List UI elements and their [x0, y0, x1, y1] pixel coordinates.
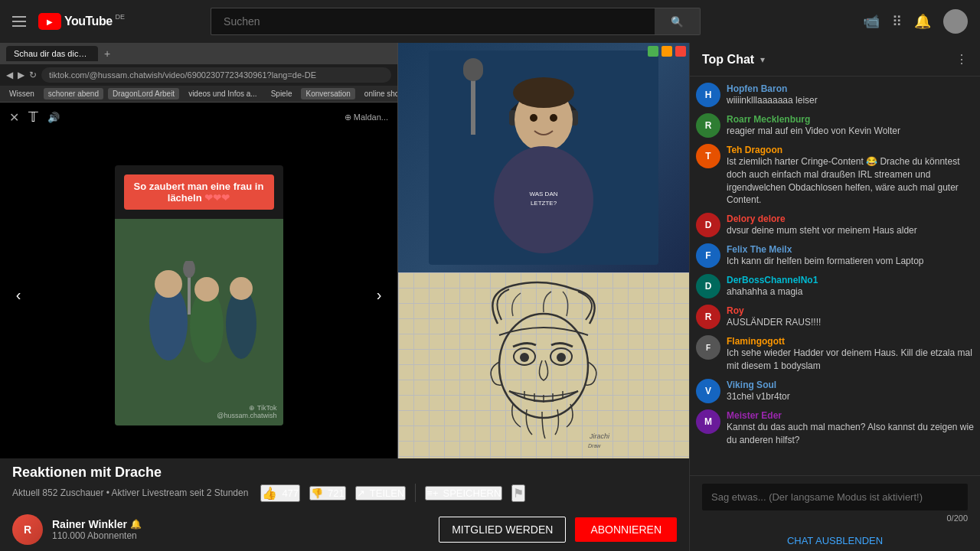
chat-header: Top Chat ▾ ⋮ [690, 43, 980, 77]
chat-msg-content-5: Felix The Meilx Ich kann dir helfen beim… [727, 243, 974, 268]
notifications-icon[interactable]: 🔔 [914, 13, 931, 30]
tiktok-scene: ⊕ TikTok @hussam.chatwish [115, 219, 283, 425]
drawing-grid: Jirachi Draw [398, 272, 689, 458]
window-controls [648, 46, 686, 57]
browser-url-bar[interactable]: tiktok.com/@hussam.chatwish/video/690023… [41, 67, 391, 83]
chat-text-1: wiiiinklllaaaaaaa leiser [727, 94, 974, 107]
like-button[interactable]: 👍 477 [260, 484, 300, 502]
share-button[interactable]: ↗ TEILEN [355, 486, 407, 500]
tiktok-prev-button[interactable]: ‹ [8, 285, 29, 306]
window-minimize[interactable] [648, 46, 658, 57]
drawing-svg: Jirachi Draw [436, 278, 651, 454]
tiktok-video-box: So zaubert man eine frau in lächeln ❤❤❤ [115, 165, 283, 425]
svg-point-3 [194, 277, 219, 302]
svg-rect-18 [471, 73, 475, 135]
upload-icon[interactable]: 📹 [863, 13, 880, 30]
bookmark-abend[interactable]: schoner abend [44, 88, 103, 99]
video-container: Schau dir das dich angesehen... + ◀ ▶ ↻ … [0, 43, 689, 458]
share-icon: ↗ [357, 487, 365, 499]
chat-username-6: DerBossChannelNo1 [727, 275, 818, 285]
chat-text-9: 31chel v1br4tor [727, 390, 974, 403]
browser-tab-active[interactable]: Schau dir das dich angesehen... [6, 46, 98, 61]
chat-title: Top Chat [702, 53, 754, 67]
chat-username-9: Viking Soul [727, 380, 776, 390]
chat-username-10: Meister Eder [727, 410, 782, 421]
browser-new-tab[interactable]: + [101, 47, 113, 60]
search-input[interactable] [211, 8, 655, 35]
browser-back[interactable]: ◀ [6, 70, 13, 80]
youtube-logo[interactable]: YouTube DE [38, 13, 125, 30]
chat-message-2: R Roarr Mecklenburg reagier mal auf ein … [696, 113, 974, 138]
chat-avatar-4: D [696, 213, 720, 237]
chat-msg-content-7: Roy AUSLÄNDER RAUS!!!! [727, 305, 974, 329]
save-icon: ≡+ [426, 487, 438, 499]
chat-input-meta: 0/200 [702, 514, 968, 523]
chat-username-3: Teh Dragoon [727, 145, 782, 155]
chat-message-10: M Meister Eder Kannst du das auch mal ma… [696, 409, 974, 447]
tiktok-video-area: ‹ So zaubert man eine frau in lächeln ❤❤… [0, 132, 397, 458]
save-button[interactable]: ≡+ SPEICHERN [425, 486, 502, 500]
dislike-button[interactable]: 👎 721 [309, 486, 346, 500]
chat-username-2: Roarr Mecklenburg [727, 114, 810, 125]
de-badge: DE [116, 13, 126, 21]
window-close[interactable] [675, 46, 686, 57]
tiktok-volume[interactable]: 🔊 [47, 112, 60, 123]
apps-icon[interactable]: ⠿ [892, 13, 902, 30]
chat-msg-content-2: Roarr Mecklenburg reagier mal auf ein Vi… [727, 113, 974, 138]
subscribe-button[interactable]: ABONNIEREN [575, 517, 677, 542]
chat-username-8: Flamingogott [727, 336, 785, 347]
chat-avatar-10: M [696, 409, 720, 434]
tiktok-header: ✕ 𝕋 🔊 ⊕ Maldan... [0, 103, 397, 132]
main-layout: Schau dir das dich angesehen... + ◀ ▶ ↻ … [0, 43, 980, 551]
svg-point-14 [550, 114, 557, 122]
browser-forward[interactable]: ▶ [18, 70, 24, 80]
browser-refresh[interactable]: ↻ [29, 70, 37, 80]
hamburger-menu[interactable] [12, 16, 26, 27]
tiktok-next-button[interactable]: › [368, 285, 390, 306]
chat-msg-content-1: Hopfen Baron wiiiinklllaaaaaaa leiser [727, 83, 974, 107]
nav-left: YouTube DE [12, 13, 125, 30]
chat-messages: H Hopfen Baron wiiiinklllaaaaaaa leiser … [690, 77, 980, 475]
chat-message-5: F Felix The Meilx Ich kann dir helfen be… [696, 243, 974, 268]
chat-message-6: D DerBossChannelNo1 ahahahha a magia [696, 274, 974, 298]
chat-dropdown-arrow[interactable]: ▾ [760, 54, 765, 65]
nav-right: 📹 ⠿ 🔔 [863, 9, 968, 34]
svg-point-12 [513, 77, 574, 108]
chat-msg-content-10: Meister Eder Kannst du das auch mal mach… [727, 409, 974, 447]
chat-msg-content-4: Delory delore dvsur deine mum steht vor … [727, 213, 974, 237]
tiktok-watermark-user: @hussam.chatwish [217, 412, 276, 419]
chat-msg-content-6: DerBossChannelNo1 ahahahha a magia [727, 274, 974, 298]
chat-username-4: Delory delore [727, 214, 786, 224]
tiktok-close-button[interactable]: ✕ [9, 110, 19, 125]
chat-input-area: 0/200 [690, 475, 980, 530]
divider [415, 484, 416, 502]
hide-chat-button[interactable]: CHAT AUSBLENDEN [690, 530, 980, 551]
search-button[interactable]: 🔍 [655, 8, 701, 35]
bookmark-shoppen[interactable]: online shoppen [360, 88, 397, 99]
like-count: 477 [282, 487, 299, 499]
chat-avatar-6: D [696, 274, 720, 298]
chat-input[interactable] [702, 484, 968, 510]
user-avatar[interactable] [943, 9, 968, 34]
bookmark-videos[interactable]: videos und Infos a... [184, 88, 262, 99]
video-meta: Aktuell 852 Zuschauer • Aktiver Livestre… [12, 487, 248, 498]
char-count: 0/200 [946, 514, 968, 523]
window-maximize[interactable] [662, 46, 672, 57]
chat-text-3: Ist ziemlich harter Cringe-Content 😂 Dra… [727, 155, 974, 207]
bookmark-dragon[interactable]: DragonLord Arbeit [108, 88, 179, 99]
channel-row: R Rainer Winkler 🔔 110.000 Abonnenten MI… [0, 508, 689, 551]
channel-name: Rainer Winkler 🔔 [52, 518, 430, 530]
chat-username-7: Roy [727, 305, 744, 316]
chat-avatar-3: T [696, 144, 720, 168]
youtube-icon [38, 13, 61, 30]
video-controls: 👍 477 👎 721 ↗ TEILEN ≡+ SPEICHERN [260, 484, 525, 502]
bookmark-konv[interactable]: Konversation [301, 88, 354, 99]
chat-menu-button[interactable]: ⋮ [956, 52, 968, 67]
tiktok-scene-svg [122, 261, 276, 383]
browser-bookmarks: Wissen schoner abend DragonLord Arbeit v… [0, 86, 397, 103]
flag-button[interactable]: ⚑ [511, 484, 525, 502]
tiktok-hearts: ❤❤❤ [204, 192, 230, 204]
bookmark-wissen[interactable]: Wissen [5, 88, 39, 99]
join-button[interactable]: MITGLIED WERDEN [439, 517, 566, 543]
bookmark-spiele[interactable]: Spiele [266, 88, 297, 99]
